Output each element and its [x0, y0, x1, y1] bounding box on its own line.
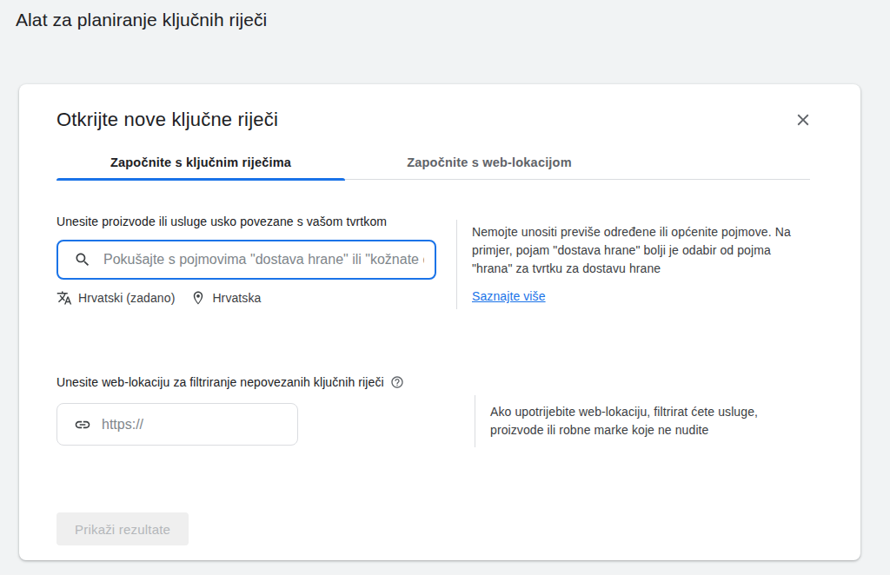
language-location-row: Hrvatski (zadano) Hrvatska [56, 290, 261, 306]
link-icon [74, 416, 91, 433]
location-label: Hrvatska [212, 291, 261, 305]
site-url-field[interactable] [56, 403, 298, 446]
translate-icon [56, 290, 72, 306]
modal-title: Otkrijte nove ključne riječi [56, 109, 278, 131]
search-icon [74, 251, 91, 268]
location-selector[interactable]: Hrvatska [190, 290, 261, 306]
site-hint-panel: Ako upotrijebite web-lokaciju, filtrirat… [475, 395, 787, 447]
keyword-search-input[interactable] [103, 252, 424, 268]
close-icon [794, 110, 813, 129]
site-field-label-row: Unesite web-lokaciju za filtriranje nepo… [56, 375, 404, 389]
page-bottom-strip [0, 575, 890, 588]
discover-keywords-modal: Otkrijte nove ključne riječi Započnite s… [19, 84, 860, 560]
keyword-search-field[interactable] [56, 240, 436, 280]
page-title: Alat za planiranje ključnih riječi [16, 10, 267, 30]
keywords-hint-panel: Nemojte unositi previše određene ili opć… [456, 220, 807, 309]
learn-more-link[interactable]: Saznajte više [472, 287, 546, 306]
site-field-label: Unesite web-lokaciju za filtriranje nepo… [56, 375, 384, 389]
language-label: Hrvatski (zadano) [78, 291, 175, 305]
help-circle-icon[interactable] [390, 375, 404, 389]
close-button[interactable] [790, 107, 816, 133]
tab-start-with-website[interactable]: Započnite s web-lokacijom [345, 145, 634, 180]
site-url-input[interactable] [102, 417, 287, 433]
language-selector[interactable]: Hrvatski (zadano) [56, 290, 175, 306]
tab-start-with-keywords[interactable]: Započnite s ključnim riječima [56, 145, 345, 180]
show-results-button[interactable]: Prikaži rezultate [56, 512, 189, 545]
keywords-field-label: Unesite proizvode ili usluge usko poveza… [56, 215, 387, 228]
tab-bar: Započnite s ključnim riječima Započnite … [56, 145, 810, 180]
site-hint-text: Ako upotrijebite web-lokaciju, filtrirat… [490, 403, 787, 439]
keywords-hint-text: Nemojte unositi previše određene ili opć… [472, 223, 807, 278]
location-pin-icon [190, 290, 206, 306]
